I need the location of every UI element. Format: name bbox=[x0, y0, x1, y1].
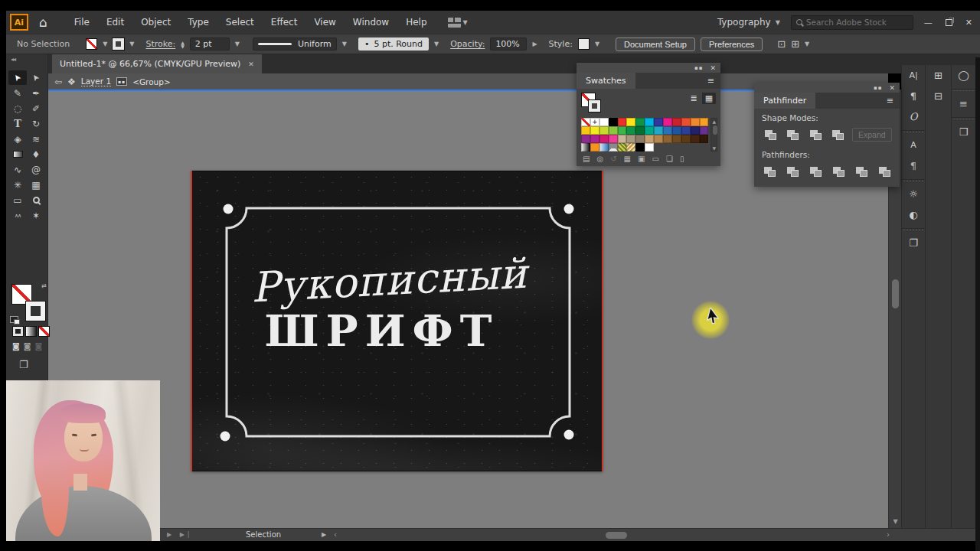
swatch-list-view-button[interactable]: ▣ bbox=[638, 155, 645, 163]
scroll-left-icon[interactable]: ‹ bbox=[334, 530, 337, 539]
swatch-f7a224[interactable] bbox=[700, 118, 709, 126]
stroke-swatch[interactable] bbox=[113, 38, 124, 50]
chevron-right-icon[interactable]: ▶ bbox=[532, 41, 537, 47]
close-button[interactable]: ✕ bbox=[965, 18, 972, 28]
swatch-109347[interactable] bbox=[635, 118, 645, 126]
libraries-panel-icon[interactable]: ❒ bbox=[952, 122, 975, 142]
swatch-8dc63f[interactable] bbox=[609, 126, 618, 135]
swatch-000000[interactable] bbox=[609, 118, 618, 126]
divide-button[interactable] bbox=[762, 164, 777, 179]
stroke-label[interactable]: Stroke: bbox=[145, 39, 175, 49]
character-styles-panel-icon[interactable]: A bbox=[902, 135, 925, 155]
arrange-documents-icon[interactable]: ▼ bbox=[448, 18, 468, 28]
swatch-f7941e[interactable] bbox=[590, 143, 599, 152]
swatch-66308f[interactable] bbox=[700, 126, 709, 135]
swatch-00a887[interactable] bbox=[645, 126, 654, 135]
magic-wand-tool[interactable]: ✶ bbox=[27, 208, 45, 223]
gradient-button[interactable] bbox=[26, 327, 36, 336]
artboard[interactable]: Рукописный ШРИФТ bbox=[191, 171, 603, 471]
chevron-down-icon[interactable]: ▼ bbox=[103, 41, 107, 47]
swatch-047033[interactable] bbox=[635, 126, 645, 135]
trim-button[interactable] bbox=[785, 164, 800, 179]
swatch-109347[interactable] bbox=[626, 126, 635, 135]
swatch-6f4a21[interactable] bbox=[672, 135, 681, 143]
merge-button[interactable] bbox=[808, 164, 823, 179]
menu-help[interactable]: Help bbox=[397, 17, 435, 28]
swatch-d01a6e[interactable] bbox=[599, 135, 609, 143]
transform-panel-icon[interactable]: ⊞ bbox=[926, 65, 951, 86]
swatches-panel-icon[interactable]: ≡ bbox=[952, 93, 975, 114]
curvature-tool[interactable]: ✎ bbox=[8, 86, 27, 100]
default-fill-stroke-icon[interactable] bbox=[10, 316, 18, 323]
unite-button[interactable] bbox=[762, 127, 779, 142]
crop-button[interactable] bbox=[831, 164, 846, 179]
swatch-themes-button[interactable]: ◎ bbox=[596, 155, 603, 163]
stock-search[interactable] bbox=[791, 15, 913, 30]
swatch-212168[interactable] bbox=[691, 126, 700, 135]
intersect-button[interactable] bbox=[807, 127, 824, 142]
color-panel-icon[interactable]: ◯ bbox=[952, 65, 975, 86]
swatch-8f6330[interactable] bbox=[663, 135, 672, 143]
document-tab[interactable]: Untitled-1* @ 66,67% (CMYK/GPU Preview) … bbox=[52, 54, 262, 73]
swatch-8f2a90[interactable] bbox=[581, 135, 590, 143]
tab-close-icon[interactable]: ✕ bbox=[248, 60, 254, 68]
swatch-grad-blue[interactable] bbox=[599, 143, 609, 152]
swatch-b5854e[interactable] bbox=[654, 135, 663, 143]
back-arrow-icon[interactable]: ⇦ bbox=[54, 77, 62, 87]
width-tool[interactable]: ≋ bbox=[27, 132, 45, 146]
expand-button[interactable]: Expand bbox=[852, 128, 892, 142]
exclude-button[interactable] bbox=[829, 127, 846, 142]
delete-swatch-button[interactable]: ▯ bbox=[680, 155, 684, 163]
swatch-aa2390[interactable] bbox=[590, 135, 599, 143]
swatch-2f1807[interactable] bbox=[700, 135, 709, 143]
align-panel-icon[interactable]: ⊟ bbox=[926, 86, 951, 106]
swatch-pat-dome[interactable] bbox=[609, 143, 618, 152]
menu-edit[interactable]: Edit bbox=[98, 17, 132, 28]
swatch-8a7a66[interactable] bbox=[635, 135, 645, 143]
chevron-down-icon[interactable]: ▼ bbox=[434, 41, 439, 47]
swatch-options-button[interactable]: ↺ bbox=[610, 155, 616, 163]
preferences-button[interactable]: Preferences bbox=[701, 37, 763, 51]
artboard-tool[interactable]: ▭ bbox=[8, 193, 27, 207]
opentype-panel-icon[interactable]: O bbox=[902, 106, 925, 127]
swatch-32379b[interactable] bbox=[654, 118, 663, 126]
swatch-grad-gray[interactable] bbox=[581, 143, 590, 152]
pen-tool[interactable]: ✒ bbox=[27, 86, 45, 100]
lettering-caps-line[interactable]: ШРИФТ bbox=[222, 305, 541, 356]
paragraph-panel-icon[interactable]: ¶ bbox=[902, 86, 925, 106]
breadcrumb-layer[interactable]: Layer 1 bbox=[81, 77, 111, 86]
stroke-proxy[interactable] bbox=[589, 100, 600, 112]
rectangular-grid-tool[interactable]: ▦ bbox=[27, 178, 45, 192]
scroll-down-icon[interactable]: ▼ bbox=[712, 145, 716, 151]
scroll-up-icon[interactable]: ▲ bbox=[712, 119, 716, 124]
menu-view[interactable]: View bbox=[305, 17, 344, 28]
stroke-weight-field[interactable]: 2 pt bbox=[190, 37, 230, 51]
vertical-scroll-thumb[interactable] bbox=[892, 279, 899, 308]
swatch-2a71b5[interactable] bbox=[663, 126, 672, 135]
minus-back-button[interactable] bbox=[877, 164, 892, 179]
chevron-down-icon[interactable]: ▼ bbox=[342, 41, 347, 47]
home-icon[interactable]: ⌂ bbox=[39, 15, 47, 30]
swatch-452410[interactable] bbox=[691, 135, 700, 143]
graph-tool[interactable]: ∧∧ bbox=[8, 208, 27, 223]
swatch-pat-green[interactable] bbox=[618, 143, 627, 152]
swatch-e9502e[interactable] bbox=[681, 118, 691, 126]
draw-normal-icon[interactable]: ◙ bbox=[12, 342, 20, 350]
swatch-20549e[interactable] bbox=[672, 126, 681, 135]
list-view-button[interactable]: ≣ bbox=[687, 93, 701, 104]
outline-button[interactable] bbox=[854, 164, 869, 179]
screen-mode-icon[interactable]: ❐ bbox=[19, 359, 28, 370]
graphic-styles-panel-icon[interactable]: ◐ bbox=[902, 204, 925, 225]
shaper-tool[interactable]: ∿ bbox=[8, 162, 27, 177]
gradient-tool[interactable] bbox=[8, 147, 27, 161]
brush-definition-field[interactable]: • 5 pt. Round bbox=[358, 37, 429, 51]
none-button[interactable] bbox=[39, 327, 49, 336]
swatches-tab[interactable]: Swatches bbox=[577, 73, 635, 89]
swatch-c9b59a[interactable] bbox=[618, 135, 627, 143]
swatch-ffe41d[interactable] bbox=[626, 118, 635, 126]
swatch-a8987f[interactable] bbox=[626, 135, 635, 143]
swatch-f0882f[interactable] bbox=[691, 118, 700, 126]
panel-menu-icon[interactable]: ≡ bbox=[887, 96, 893, 106]
swatches-fill-stroke-proxy[interactable] bbox=[581, 93, 607, 116]
selection-tool[interactable]: ➤ bbox=[8, 70, 27, 85]
